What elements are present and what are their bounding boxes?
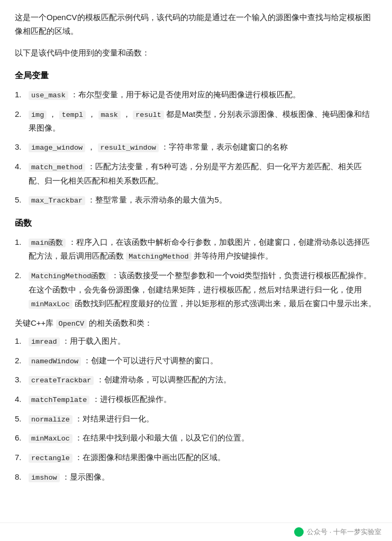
opencv-list: 1. imread ：用于载入图片。 2. namedWindow ：创建一个可…	[15, 334, 377, 484]
list-content: use_mask ：布尔型变量，用于标记是否使用对应的掩码图像进行模板匹配。	[29, 88, 377, 102]
inline-code: templ	[59, 111, 86, 120]
list-item: 2. namedWindow ：创建一个可以进行尺寸调整的窗口。	[15, 354, 377, 368]
list-number: 5.	[15, 412, 29, 426]
list-number: 4.	[15, 392, 29, 406]
intro-paragraph1: 这是一个OpenCV的模板匹配示例代码，该代码的功能是通过在一个输入的源图像中查…	[15, 11, 377, 39]
list-content: minMaxLoc ：在结果中找到最小和最大值，以及它们的位置。	[29, 431, 377, 445]
inline-code: result_window	[98, 143, 159, 152]
list-item: 6. minMaxLoc ：在结果中找到最小和最大值，以及它们的位置。	[15, 431, 377, 445]
intro-paragraph2: 以下是该代码中使用到的变量和函数：	[15, 46, 377, 60]
list-content: imshow ：显示图像。	[29, 470, 377, 484]
list-content: max_Trackbar ：整型常量，表示滑动条的最大值为5。	[29, 193, 377, 207]
list-number: 8.	[15, 470, 29, 484]
list-item: 7. rectangle ：在源图像和结果图像中画出匹配的区域。	[15, 451, 377, 465]
wechat-logo-icon	[294, 527, 304, 537]
list-item: 3. image_window ， result_window ：字符串常量，表…	[15, 140, 377, 154]
inline-code: minMaxLoc	[29, 300, 72, 309]
list-item: 4. match_method ：匹配方法变量，有5种可选，分别是平方差匹配、归…	[15, 160, 377, 188]
inline-code: img	[29, 111, 47, 120]
inline-code: main函数	[29, 239, 66, 247]
list-content: matchTemplate ：进行模板匹配操作。	[29, 392, 377, 407]
list-number: 3.	[15, 373, 29, 387]
list-content: createTrackbar ：创建滑动条，可以调整匹配的方法。	[29, 373, 377, 387]
inline-code: imshow	[29, 473, 60, 482]
list-number: 1.	[15, 334, 29, 348]
list-item: 1. use_mask ：布尔型变量，用于标记是否使用对应的掩码图像进行模板匹配…	[15, 88, 377, 102]
list-item: 4. matchTemplate ：进行模板匹配操作。	[15, 392, 377, 407]
inline-code: createTrackbar	[29, 376, 94, 385]
list-number: 5.	[15, 193, 29, 207]
functions-heading: 函数	[15, 216, 377, 230]
list-item: 2. img ， templ ， mask ， result 都是Mat类型，分…	[15, 107, 377, 135]
inline-code: result	[133, 111, 164, 120]
inline-code: MatchingMethod	[126, 252, 191, 261]
inline-code: image_window	[29, 143, 85, 152]
list-content: main函数 ：程序入口，在该函数中解析命令行参数，加载图片，创建窗口，创建滑动…	[29, 235, 377, 263]
inline-code: namedWindow	[29, 357, 81, 366]
inline-code: match_method	[29, 163, 85, 172]
list-content: MatchingMethod函数 ：该函数接受一个整型参数和一个void类型指针…	[29, 269, 377, 311]
inline-code: MatchingMethod函数	[29, 272, 108, 281]
inline-code: imread	[29, 337, 60, 346]
functions-list: 1. main函数 ：程序入口，在该函数中解析命令行参数，加载图片，创建窗口，创…	[15, 235, 377, 311]
list-item: 2. MatchingMethod函数 ：该函数接受一个整型参数和一个void类…	[15, 269, 377, 311]
opencv-intro-text: 关键C++库 OpenCV 的相关函数和类：	[15, 316, 377, 331]
inline-code: mask	[98, 111, 121, 120]
list-content: normalize ：对结果进行归一化。	[29, 412, 377, 426]
list-content: image_window ， result_window ：字符串常量，表示创建…	[29, 140, 377, 154]
list-item: 5. normalize ：对结果进行归一化。	[15, 412, 377, 426]
list-item: 1. main函数 ：程序入口，在该函数中解析命令行参数，加载图片，创建窗口，创…	[15, 235, 377, 263]
list-content: imread ：用于载入图片。	[29, 334, 377, 349]
list-content: match_method ：匹配方法变量，有5种可选，分别是平方差匹配、归一化平…	[29, 160, 377, 188]
list-content: namedWindow ：创建一个可以进行尺寸调整的窗口。	[29, 354, 377, 368]
list-number: 2.	[15, 269, 29, 282]
list-item: 3. createTrackbar ：创建滑动条，可以调整匹配的方法。	[15, 373, 377, 387]
list-number: 3.	[15, 140, 29, 154]
inline-code: OpenCV	[56, 319, 87, 328]
inline-code: matchTemplate	[29, 396, 89, 405]
inline-code: minMaxLoc	[29, 434, 72, 443]
list-number: 2.	[15, 107, 29, 121]
list-item: 8. imshow ：显示图像。	[15, 470, 377, 484]
inline-code: normalize	[29, 415, 72, 424]
global-vars-heading: 全局变量	[15, 68, 377, 82]
list-item: 1. imread ：用于载入图片。	[15, 334, 377, 349]
inline-code: max_Trackbar	[29, 196, 85, 205]
inline-code: use_mask	[29, 91, 68, 100]
footer-text: 公众号 · 十年一梦实验室	[307, 526, 381, 538]
list-item: 5. max_Trackbar ：整型常量，表示滑动条的最大值为5。	[15, 193, 377, 207]
global-vars-list: 1. use_mask ：布尔型变量，用于标记是否使用对应的掩码图像进行模板匹配…	[15, 88, 377, 207]
list-number: 2.	[15, 354, 29, 368]
list-number: 6.	[15, 431, 29, 445]
list-number: 1.	[15, 235, 29, 249]
list-content: rectangle ：在源图像和结果图像中画出匹配的区域。	[29, 451, 377, 465]
inline-code: rectangle	[29, 454, 72, 463]
list-number: 4.	[15, 160, 29, 173]
footer-bar: 公众号 · 十年一梦实验室	[0, 522, 392, 541]
list-content: img ， templ ， mask ， result 都是Mat类型，分别表示…	[29, 107, 377, 135]
list-number: 7.	[15, 451, 29, 464]
list-number: 1.	[15, 88, 29, 102]
